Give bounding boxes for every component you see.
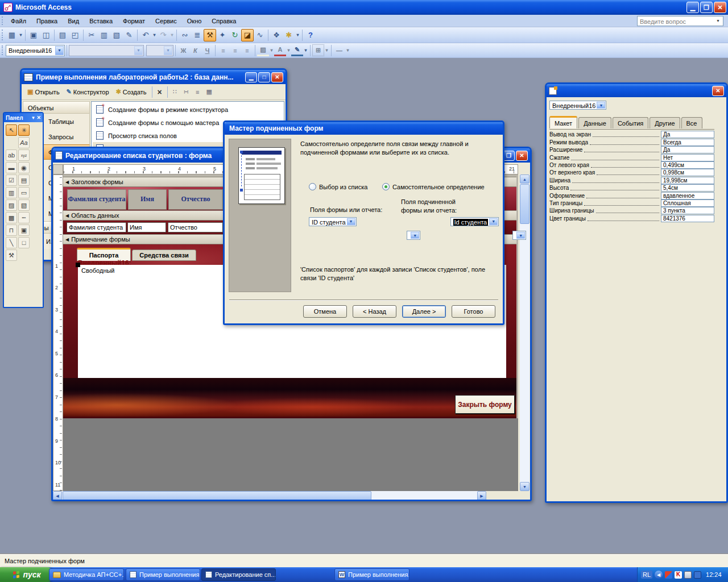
database-window-titlebar[interactable]: Пример выполнения лабораторной работы2 :… — [22, 70, 286, 84]
select-object-tool[interactable]: ↖ — [6, 124, 17, 136]
tab-all[interactable]: Все — [681, 117, 702, 128]
display-tray-icon[interactable] — [694, 571, 701, 579]
minimize-button[interactable]: ▁ — [686, 2, 699, 13]
view-button[interactable]: ▦ — [6, 29, 18, 41]
font-size-combo[interactable]: ▼ — [146, 45, 173, 56]
combo-box-tool[interactable]: ▤ — [18, 174, 30, 186]
menu-help[interactable]: Справка — [206, 15, 241, 27]
close-form-button[interactable]: Закрыть форму — [455, 395, 515, 414]
scroll-up-button[interactable]: ▲ — [520, 174, 530, 184]
align-left-button[interactable]: ≡ — [217, 44, 229, 56]
image-tool[interactable]: ▨ — [6, 199, 17, 211]
object-combo[interactable]: Внедренный16▼ — [6, 45, 65, 56]
chevron-down-icon[interactable]: ▼ — [411, 232, 419, 239]
property-value[interactable]: Сплошная — [661, 199, 714, 207]
field-name[interactable]: Имя — [127, 222, 166, 232]
close-icon[interactable]: ✕ — [271, 72, 283, 82]
unbound-object-frame-tool[interactable]: ▧ — [18, 199, 30, 211]
undo-button[interactable]: ↶ — [139, 29, 152, 41]
toggle-button-tool[interactable]: ▬ — [6, 162, 17, 173]
update-tray-icon[interactable] — [665, 571, 672, 579]
line-color-button[interactable]: ✎ — [291, 44, 303, 56]
format-painter-button[interactable]: ✎ — [123, 29, 135, 41]
property-value[interactable]: 5,4см — [661, 184, 714, 192]
tab-other[interactable]: Другие — [650, 117, 680, 128]
toolbar-grip[interactable] — [2, 30, 4, 40]
scroll-down-button[interactable]: ▼ — [520, 482, 530, 491]
chevron-down-icon[interactable]: ▼ — [714, 17, 722, 25]
master-field-combo-2[interactable]: ▼ — [407, 231, 420, 240]
chevron-down-icon[interactable]: ▼ — [55, 46, 64, 55]
property-value[interactable]: Да — [661, 131, 714, 138]
taskbar-button-access-db[interactable]: Пример выполнения... — [126, 568, 200, 581]
hyperlink-button[interactable]: ∾ — [179, 29, 191, 41]
header-label-name[interactable]: Имя — [128, 189, 167, 210]
tab-contacts[interactable]: Средства связи — [132, 250, 196, 261]
toolbox-titlebar[interactable]: Панел ▼ ✕ — [4, 113, 43, 122]
print-preview-button[interactable]: ◰ — [69, 29, 81, 41]
taskbar-button-folder[interactable]: Методичка АП+СС+... — [49, 568, 124, 581]
scrollbar-thumb[interactable] — [63, 491, 371, 500]
rectangle-tool[interactable]: □ — [18, 237, 30, 248]
font-combo[interactable]: ▼ — [69, 45, 144, 56]
delete-button[interactable]: × — [154, 86, 166, 98]
chevron-down-icon[interactable]: ▼ — [489, 218, 498, 225]
large-icons-button[interactable]: ∷ — [169, 86, 180, 97]
property-value[interactable]: 0,499см — [661, 161, 714, 169]
database-window-button[interactable]: ❖ — [270, 29, 283, 41]
more-controls-tool[interactable]: ⚒ — [6, 250, 17, 261]
chevron-down-icon[interactable]: ▼ — [516, 232, 525, 239]
help-button[interactable]: ? — [304, 29, 317, 41]
next-button[interactable]: Далее > — [402, 305, 446, 318]
list-box-tool[interactable]: ▥ — [6, 187, 17, 198]
property-value[interactable]: 8421376 — [661, 215, 714, 222]
menu-format[interactable]: Формат — [118, 15, 150, 27]
line-border-button[interactable]: ⊞ — [312, 44, 324, 56]
child-field-combo-2[interactable]: ▼ — [512, 231, 526, 240]
small-icons-button[interactable]: ∺ — [180, 86, 192, 97]
refresh-button[interactable]: ↻ — [229, 29, 241, 41]
print-button[interactable]: ▤ — [56, 29, 69, 41]
cancel-button[interactable]: Отмена — [303, 305, 347, 318]
close-icon[interactable]: ✕ — [516, 151, 528, 161]
align-right-button[interactable]: ≡ — [241, 44, 253, 56]
cut-button[interactable]: ✂ — [85, 29, 98, 41]
new-object-button[interactable]: ✱ — [283, 29, 295, 41]
field-patronymic[interactable]: Отчество — [168, 222, 223, 232]
radio-define-own[interactable]: Самостоятельное определение — [382, 183, 485, 190]
wizard-titlebar[interactable]: Мастер подчиненных форм — [225, 122, 503, 135]
scroll-right-button[interactable]: ▶ — [477, 491, 486, 500]
copy-button[interactable]: ▥ — [98, 29, 110, 41]
menu-file[interactable]: Файл — [6, 15, 31, 27]
details-view-button[interactable]: ▦ — [202, 86, 215, 97]
finish-button[interactable]: Готово — [452, 305, 495, 318]
tab-layout[interactable]: Макет — [549, 116, 577, 128]
check-box-tool[interactable]: ☑ — [6, 174, 17, 186]
chevron-down-icon[interactable]: ▼ — [597, 102, 605, 109]
menu-edit[interactable]: Правка — [31, 15, 63, 27]
close-icon[interactable]: ✕ — [36, 115, 41, 120]
scroll-left-button[interactable]: ◀ — [53, 491, 62, 500]
font-color-caret-icon[interactable]: ▾ — [286, 48, 291, 53]
maximize-button[interactable]: □ — [258, 72, 270, 82]
line-color-caret-icon[interactable]: ▾ — [303, 48, 308, 53]
fill-color-button[interactable]: ▨ — [257, 44, 269, 56]
undo-caret-icon[interactable]: ▾ — [152, 32, 157, 38]
drag-handle[interactable] — [76, 263, 80, 267]
chevron-down-icon[interactable]: ▼ — [347, 218, 355, 225]
tab-events[interactable]: События — [613, 117, 648, 128]
italic-button[interactable]: К — [189, 44, 201, 56]
special-effect-caret-icon[interactable]: ▾ — [345, 48, 350, 53]
bound-object-frame-tool[interactable]: ▩ — [6, 212, 17, 223]
property-value[interactable]: Нет — [661, 154, 714, 161]
clock[interactable]: 12:24 — [706, 571, 722, 578]
header-label-surname[interactable]: Фамилия студента — [67, 189, 126, 210]
properties-titlebar[interactable]: ✕ — [547, 84, 726, 97]
menu-view[interactable]: Вид — [63, 15, 84, 27]
close-button[interactable]: ✕ — [714, 2, 726, 13]
view-caret-icon[interactable]: ▾ — [18, 32, 23, 38]
scheduler-tray-icon[interactable] — [684, 571, 692, 579]
taskbar-button-word[interactable]: W Пример выполнения... — [334, 568, 410, 581]
redo-caret-icon[interactable]: ▾ — [169, 32, 175, 38]
open-button[interactable]: ▣Открыть — [24, 86, 63, 97]
